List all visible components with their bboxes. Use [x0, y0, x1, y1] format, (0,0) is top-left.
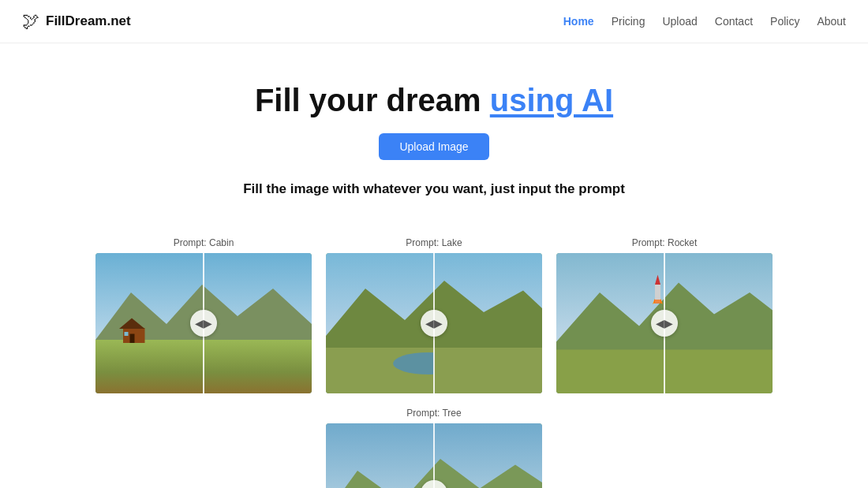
panel-right-rocket: [664, 253, 773, 393]
panel-right-lake: [434, 253, 542, 393]
arrows-cabin: ◀▶: [195, 317, 212, 330]
gallery-item-tree: Prompt: Tree: [326, 408, 542, 489]
svg-rect-28: [326, 423, 434, 489]
hero-heading: Fill your dream using AI: [16, 81, 852, 119]
upload-image-button[interactable]: Upload Image: [379, 133, 488, 160]
panel-left-tree: [326, 423, 434, 489]
image-compare-lake[interactable]: ◀▶: [326, 253, 542, 393]
handle-rocket[interactable]: ◀▶: [651, 310, 678, 337]
handle-cabin[interactable]: ◀▶: [190, 310, 217, 337]
gallery-item-lake: Prompt: Lake: [326, 237, 542, 393]
nav-upload[interactable]: Upload: [662, 15, 697, 28]
nav-policy[interactable]: Policy: [770, 15, 799, 28]
logo: 🕊 FillDream.net: [22, 11, 131, 32]
nav-about[interactable]: About: [817, 15, 846, 28]
gallery-label-lake: Prompt: Lake: [406, 237, 462, 248]
hero-heading-plain: Fill your dream: [255, 83, 490, 117]
image-compare-tree[interactable]: ◀▶: [326, 423, 542, 489]
logo-icon: 🕊: [22, 11, 39, 32]
svg-rect-5: [130, 333, 135, 343]
gallery-top-row: Prompt: Cabin: [47, 237, 821, 393]
logo-text: FillDream.net: [46, 13, 131, 29]
gallery-label-cabin: Prompt: Cabin: [174, 237, 234, 248]
header: 🕊 FillDream.net Home Pricing Upload Cont…: [0, 0, 868, 43]
gallery-bottom-row: Prompt: Tree: [47, 408, 821, 489]
gallery-label-rocket: Prompt: Rocket: [632, 237, 698, 248]
image-compare-cabin[interactable]: ◀▶: [95, 253, 312, 393]
panel-right-tree: [434, 423, 542, 489]
svg-rect-27: [664, 349, 773, 393]
divider-tree: [433, 423, 435, 489]
svg-rect-16: [434, 348, 542, 393]
hero-heading-highlight: using AI: [490, 83, 613, 117]
handle-lake[interactable]: ◀▶: [421, 310, 447, 337]
nav-contact[interactable]: Contact: [715, 15, 753, 28]
gallery-item-rocket: Prompt: Rocket: [556, 237, 773, 393]
panel-left-rocket: [556, 253, 664, 393]
panel-left-lake: [326, 253, 434, 393]
gallery-label-tree: Prompt: Tree: [406, 408, 461, 419]
arrows-lake: ◀▶: [425, 317, 443, 330]
svg-rect-6: [125, 332, 129, 336]
hero-section: Fill your dream using AI Upload Image Fi…: [0, 43, 868, 222]
svg-rect-9: [204, 340, 312, 393]
nav-home[interactable]: Home: [563, 15, 594, 28]
svg-rect-24: [654, 300, 661, 304]
hero-subheading: Fill the image with whatever you want, j…: [229, 179, 639, 199]
arrows-rocket: ◀▶: [656, 317, 673, 330]
svg-rect-19: [556, 349, 664, 393]
nav-pricing[interactable]: Pricing: [612, 15, 645, 28]
panel-left-cabin: [95, 253, 204, 393]
gallery-item-cabin: Prompt: Cabin: [95, 237, 312, 393]
panel-right-cabin: [204, 253, 312, 393]
image-compare-rocket[interactable]: ◀▶: [556, 253, 773, 393]
svg-rect-2: [95, 340, 204, 393]
gallery: Prompt: Cabin: [0, 222, 868, 489]
main-nav: Home Pricing Upload Contact Policy About: [563, 15, 846, 28]
